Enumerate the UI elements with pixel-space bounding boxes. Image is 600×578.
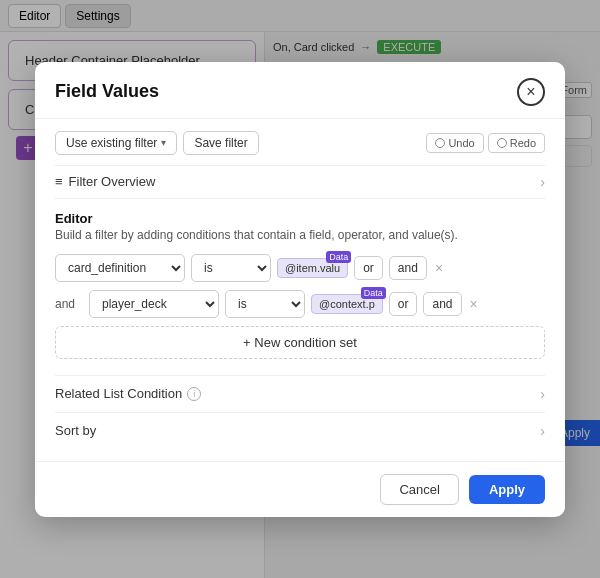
- filter-toolbar-left: Use existing filter ▾ Save filter: [55, 131, 259, 155]
- related-list-label: Related List Condition: [55, 386, 182, 401]
- new-condition-set-button[interactable]: + New condition set: [55, 326, 545, 359]
- field-select-2[interactable]: player_deck: [89, 290, 219, 318]
- field-values-modal: Field Values × Use existing filter ▾ Sav…: [35, 62, 565, 517]
- modal-header: Field Values ×: [35, 62, 565, 119]
- modal-title: Field Values: [55, 81, 159, 102]
- and-button-1[interactable]: and: [389, 256, 427, 280]
- or-button-1[interactable]: or: [354, 256, 383, 280]
- delete-condition-2-icon[interactable]: ×: [470, 296, 478, 312]
- use-existing-filter-button[interactable]: Use existing filter ▾: [55, 131, 177, 155]
- sort-by-label: Sort by: [55, 423, 96, 438]
- operator-select-2[interactable]: is: [225, 290, 305, 318]
- value-text-2: @context.p: [319, 298, 375, 310]
- data-badge-1: Data: [326, 251, 351, 263]
- related-list-info-icon: i: [187, 387, 201, 401]
- filter-icon: ≡: [55, 174, 63, 189]
- modal-body: Use existing filter ▾ Save filter Undo R…: [35, 119, 565, 461]
- editor-label: Editor: [55, 211, 545, 226]
- undo-label: Undo: [448, 137, 474, 149]
- save-filter-label: Save filter: [194, 136, 247, 150]
- value-chip-1[interactable]: Data @item.valu: [277, 258, 348, 278]
- condition-row-1: card_definition is Data @item.valu or an…: [55, 254, 545, 282]
- redo-label: Redo: [510, 137, 536, 149]
- delete-condition-1-icon[interactable]: ×: [435, 260, 443, 276]
- redo-button[interactable]: Redo: [488, 133, 545, 153]
- operator-select-1[interactable]: is: [191, 254, 271, 282]
- filter-overview-label: Filter Overview: [69, 174, 156, 189]
- filter-toolbar: Use existing filter ▾ Save filter Undo R…: [55, 131, 545, 155]
- redo-radio-icon: [497, 138, 507, 148]
- undo-radio-icon: [435, 138, 445, 148]
- and-button-2[interactable]: and: [423, 292, 461, 316]
- value-text-1: @item.valu: [285, 262, 340, 274]
- filter-overview-row[interactable]: ≡ Filter Overview ›: [55, 165, 545, 199]
- undo-redo-group: Undo Redo: [426, 133, 545, 153]
- undo-button[interactable]: Undo: [426, 133, 483, 153]
- sort-by-chevron-icon: ›: [540, 423, 545, 439]
- sort-by-row[interactable]: Sort by ›: [55, 412, 545, 449]
- condition-prefix-2: and: [55, 297, 83, 311]
- related-list-chevron-icon: ›: [540, 386, 545, 402]
- filter-overview-chevron-icon: ›: [540, 174, 545, 190]
- sort-by-label-group: Sort by: [55, 423, 96, 438]
- save-filter-button[interactable]: Save filter: [183, 131, 258, 155]
- use-existing-filter-label: Use existing filter: [66, 136, 157, 150]
- field-select-1[interactable]: card_definition: [55, 254, 185, 282]
- value-chip-2[interactable]: Data @context.p: [311, 294, 383, 314]
- filter-overview-left: ≡ Filter Overview: [55, 174, 155, 189]
- close-button[interactable]: ×: [517, 78, 545, 106]
- or-button-2[interactable]: or: [389, 292, 418, 316]
- editor-description: Build a filter by adding conditions that…: [55, 228, 545, 242]
- modal-footer: Cancel Apply: [35, 461, 565, 517]
- modal-overlay: Field Values × Use existing filter ▾ Sav…: [0, 0, 600, 578]
- apply-button[interactable]: Apply: [469, 475, 545, 504]
- condition-row-2: and player_deck is Data @context.p or an…: [55, 290, 545, 318]
- dropdown-arrow-icon: ▾: [161, 137, 166, 148]
- editor-section: Editor Build a filter by adding conditio…: [55, 211, 545, 242]
- data-badge-2: Data: [361, 287, 386, 299]
- related-list-condition-row[interactable]: Related List Condition i ›: [55, 375, 545, 412]
- related-list-label-group: Related List Condition i: [55, 386, 201, 401]
- cancel-button[interactable]: Cancel: [380, 474, 458, 505]
